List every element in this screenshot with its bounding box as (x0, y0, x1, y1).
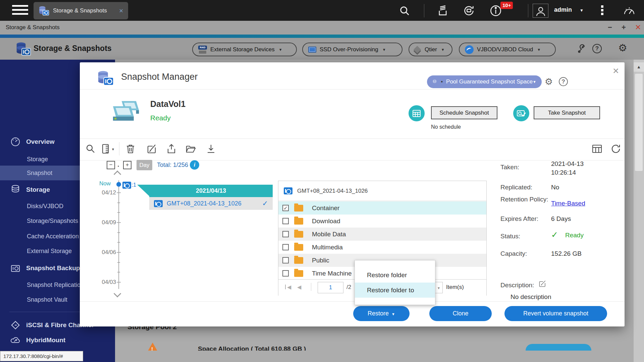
zoom-out-button[interactable]: − (107, 161, 115, 169)
timeline-now-label: Now (99, 180, 111, 187)
user-menu[interactable]: admin (554, 6, 572, 13)
snapshot-card-row[interactable]: GMT+08_2021-04-13_1026 ✓ (149, 197, 273, 210)
toolbar-divider (119, 142, 119, 156)
retention-policy-link[interactable]: Time-Based (551, 200, 585, 207)
app-tab-close-icon[interactable]: ✕ (119, 8, 123, 14)
chevron-down-icon: ▼ (279, 48, 282, 52)
menu-qtier[interactable]: Qtier ▼ (409, 43, 452, 56)
selected-check-icon: ✓ (262, 199, 268, 207)
global-settings-wrench-icon[interactable] (577, 44, 587, 54)
main-menu-icon[interactable] (12, 5, 28, 16)
pagination-divider (311, 283, 311, 291)
snapshot-card-date[interactable]: 2021/04/13 (149, 185, 273, 197)
user-menu-caret-icon[interactable]: ▼ (580, 8, 584, 13)
chevron-down-icon[interactable]: ▼ (111, 147, 115, 151)
take-snapshot-icon[interactable] (513, 105, 529, 121)
timeline-date: 04/12 (92, 189, 116, 196)
prev-page-icon[interactable]: ◀ (297, 284, 301, 290)
sidebar-item-hybridmount[interactable]: HybridMount (0, 334, 115, 347)
folder-row-mobile-data[interactable]: Mobile Data (278, 228, 486, 241)
restore-button[interactable]: Restore▼ (353, 306, 410, 321)
menu-item-restore-folder[interactable]: Restore folder (355, 267, 435, 283)
restore-label: Restore (368, 310, 389, 317)
checkbox[interactable] (282, 257, 289, 263)
snapshot-settings-gear-icon[interactable]: ⚙ (545, 76, 553, 87)
replicated-value: No (551, 183, 611, 192)
page-number-input[interactable] (318, 282, 343, 293)
folder-row-container[interactable]: ✓ Container (278, 201, 486, 215)
download-icon[interactable] (206, 143, 216, 154)
dialog-help-icon[interactable]: ? (559, 77, 568, 86)
export-icon[interactable] (166, 143, 177, 154)
delete-icon[interactable] (125, 143, 136, 154)
checkbox[interactable] (282, 218, 289, 224)
help-glyph: ? (595, 45, 599, 52)
snapshot-name: GMT+08_2021-04-13_1026 (167, 200, 241, 207)
search-icon[interactable] (85, 143, 96, 154)
avatar[interactable] (533, 4, 548, 18)
help-icon[interactable]: ? (592, 44, 602, 53)
timeline-date: 04/09 (92, 219, 116, 226)
menu-label: Qtier (425, 46, 437, 53)
taken-value: 2021-04-13 10:26:14 (551, 160, 601, 177)
window-close-icon[interactable]: ✕ (635, 23, 641, 32)
external-device-sync-icon[interactable] (463, 5, 475, 17)
restore-menu: Restore folder Restore folder to (355, 260, 435, 305)
dashboard-gauge-icon[interactable] (623, 5, 635, 17)
edit-icon[interactable] (146, 143, 157, 154)
folder-open-icon[interactable] (185, 143, 196, 154)
pool-selector-dropdown[interactable]: • Pool Guaranteed Snapshot Space ▼ (427, 75, 542, 88)
app-tab-label: Storage & Snapshots (53, 7, 107, 14)
schedule-snapshot-icon[interactable] (409, 105, 425, 121)
menu-vjbod[interactable]: VJBOD/VJBOD Cloud ▼ (459, 43, 556, 56)
snapshot-list-icon[interactable] (101, 143, 111, 154)
app-tab-icon (38, 5, 50, 16)
page-scrollbar[interactable]: ▲ (634, 60, 644, 362)
timeline-scale-badge: Day (137, 160, 152, 170)
folder-row-download[interactable]: Download (278, 215, 486, 228)
checkbox[interactable] (282, 231, 289, 237)
revert-volume-snapshot-button[interactable]: Revert volume snapshot (504, 306, 607, 321)
schedule-snapshot-button[interactable]: Schedule Snapshot (431, 106, 497, 119)
window-minimize-icon[interactable]: − (608, 23, 612, 32)
first-page-icon[interactable]: ◀ (287, 284, 291, 290)
refresh-icon[interactable] (610, 143, 621, 154)
timeline-scroll-up-icon[interactable] (114, 171, 121, 178)
timeline-now-dot (116, 182, 121, 187)
app-logo-icon (15, 41, 32, 57)
chevron-down-icon: ▼ (533, 80, 536, 84)
app-tab[interactable]: Storage & Snapshots ✕ (34, 2, 128, 19)
gear-glyph: ⚙ (618, 42, 627, 53)
snapshot-count-label: :1 (131, 182, 136, 188)
zoom-in-button[interactable]: + (123, 161, 131, 169)
settings-gear-icon[interactable]: ⚙ (618, 42, 627, 54)
checkbox-checked[interactable]: ✓ (282, 205, 289, 211)
take-snapshot-button[interactable]: Take Snapshot (534, 106, 600, 119)
timeline-scroll-down-icon[interactable] (114, 290, 121, 298)
scrollbar-thumb[interactable] (635, 74, 643, 171)
checkbox[interactable] (282, 244, 289, 250)
notifications-icon[interactable] (490, 5, 502, 17)
more-options-icon[interactable] (601, 5, 604, 16)
divider (80, 301, 625, 302)
table-view-icon[interactable] (592, 143, 602, 154)
dialog-close-icon[interactable]: ✕ (612, 66, 619, 76)
edit-description-icon[interactable] (538, 280, 546, 288)
allocation-heading: Space Allocation ( Total 610.88 GB ) (198, 345, 306, 351)
database-icon (10, 184, 21, 195)
clone-button[interactable]: Clone (429, 306, 492, 321)
status-value: Ready (565, 232, 584, 239)
global-search-icon[interactable] (398, 5, 411, 17)
background-tasks-icon[interactable] (437, 5, 449, 17)
chevron-down-icon: ▼ (437, 286, 440, 290)
menu-label: VJBOD/VJBOD Cloud (477, 46, 533, 53)
folder-row-multimedia[interactable]: Multimedia (278, 241, 486, 254)
menu-ssd-over-provisioning[interactable]: SSD Over-Provisioning ▼ (302, 43, 402, 56)
window-maximize-icon[interactable]: + (622, 23, 626, 32)
ssd-chip-icon (308, 47, 316, 53)
menu-external-storage-devices[interactable]: RAID External Storage Devices ▼ (192, 43, 297, 56)
checkbox[interactable] (282, 270, 289, 277)
scrollbar-up-icon[interactable]: ▲ (634, 62, 644, 72)
info-icon[interactable]: i (190, 160, 199, 170)
menu-item-restore-folder-to[interactable]: Restore folder to (355, 283, 435, 298)
